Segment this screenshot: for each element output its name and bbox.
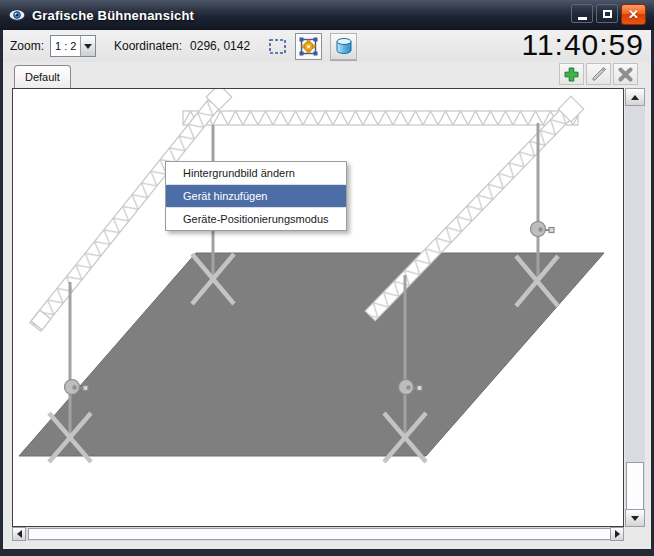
scroll-down-button[interactable] — [625, 509, 645, 527]
arrow-up-icon — [631, 95, 639, 100]
delete-view-button[interactable] — [613, 63, 638, 85]
truss-horizontal — [183, 111, 578, 125]
add-view-button[interactable] — [559, 63, 584, 85]
snap-grid-button[interactable] — [295, 33, 322, 60]
green-plus-icon — [564, 67, 579, 82]
gray-x-icon — [618, 67, 633, 82]
stage-floor — [19, 253, 604, 456]
horizontal-scroll-thumb[interactable] — [28, 528, 620, 540]
cylinder-3d-icon — [335, 37, 353, 55]
selection-marquee-button[interactable] — [264, 33, 291, 60]
device-1[interactable] — [531, 222, 555, 237]
context-menu: Hintergrundbild ändern Gerät hinzufügen … — [165, 161, 347, 231]
app-window: Grafische Bühnenansicht ✕ Zoom: 1 : 2 Ko… — [0, 0, 654, 556]
eye-icon — [8, 8, 26, 22]
title-bar[interactable]: Grafische Bühnenansicht ✕ — [0, 0, 654, 30]
toolbar: Zoom: 1 : 2 Koordinaten: 0296, 0142 — [3, 30, 651, 62]
zoom-value: 1 : 2 — [51, 40, 80, 52]
stage-drawing — [13, 89, 623, 526]
tab-default[interactable]: Default — [14, 65, 71, 88]
tab-label: Default — [25, 71, 60, 83]
arrow-left-icon — [17, 530, 22, 538]
close-icon: ✕ — [628, 8, 639, 21]
selection-marquee-icon — [269, 39, 286, 54]
vertical-scrollbar[interactable] — [625, 88, 645, 527]
scroll-right-button[interactable] — [610, 527, 624, 541]
menu-item-add-device[interactable]: Gerät hinzufügen — [166, 185, 346, 207]
menu-item-change-background[interactable]: Hintergrundbild ändern — [166, 162, 346, 184]
zoom-select[interactable]: 1 : 2 — [50, 35, 96, 57]
close-button[interactable]: ✕ — [621, 4, 646, 25]
coordinates-label: Koordinaten: — [114, 39, 182, 53]
minimize-button[interactable] — [571, 4, 593, 23]
edit-view-button[interactable] — [586, 63, 611, 85]
arrow-down-icon — [631, 516, 639, 521]
chevron-down-icon — [84, 44, 92, 49]
3d-view-button[interactable] — [330, 33, 357, 60]
zoom-dropdown-button[interactable] — [80, 36, 95, 56]
maximize-icon — [603, 10, 612, 18]
maximize-button[interactable] — [596, 4, 618, 23]
window-frame-bottom — [0, 549, 654, 556]
arrow-right-icon — [615, 530, 620, 538]
horizontal-scrollbar[interactable] — [12, 527, 624, 541]
pencil-icon — [591, 66, 607, 82]
zoom-label: Zoom: — [10, 39, 44, 53]
coordinates-value: 0296, 0142 — [190, 39, 250, 53]
minimize-icon — [578, 17, 587, 20]
stage-canvas[interactable] — [12, 88, 624, 527]
snap-grid-icon — [299, 37, 318, 56]
digital-clock: 11:40:59 — [521, 28, 644, 62]
menu-item-device-positioning-mode[interactable]: Geräte-Positionierungsmodus — [166, 208, 346, 230]
window-title: Grafische Bühnenansicht — [32, 8, 194, 23]
tab-bar: Default — [3, 62, 651, 88]
vertical-scroll-thumb[interactable] — [626, 462, 644, 510]
scroll-up-button[interactable] — [625, 88, 645, 106]
scroll-left-button[interactable] — [12, 527, 26, 541]
